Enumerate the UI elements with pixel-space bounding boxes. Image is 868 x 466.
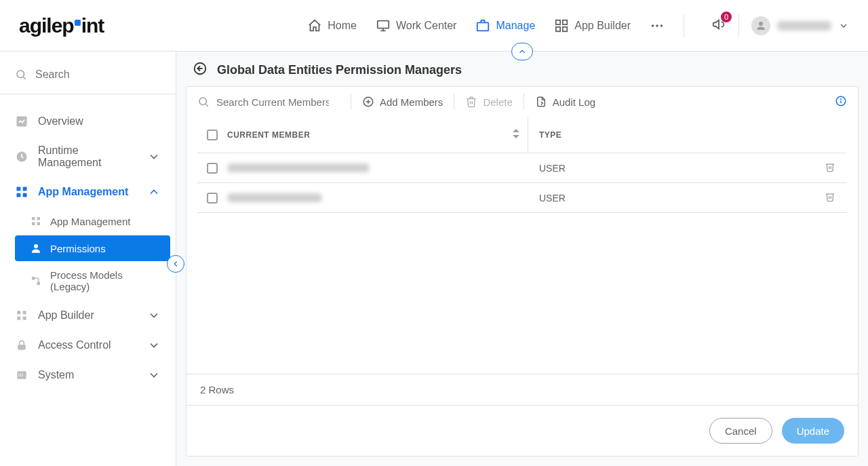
nav-app-builder-label: App Builder <box>574 20 631 32</box>
briefcase-icon <box>475 18 490 33</box>
arrow-left-circle-icon <box>193 61 208 76</box>
sidebar-item-app-management[interactable]: App Management <box>0 177 176 207</box>
dashboard-icon <box>15 115 28 128</box>
sidebar-sub-process-models[interactable]: Process Models (Legacy) <box>15 263 170 299</box>
delete-button: Delete <box>465 96 512 108</box>
sidebar-search[interactable] <box>0 64 176 94</box>
svg-point-9 <box>759 22 763 26</box>
svg-rect-15 <box>23 187 27 191</box>
svg-rect-18 <box>32 217 35 220</box>
row-delete-button[interactable] <box>825 161 835 174</box>
svg-point-36 <box>199 98 207 105</box>
info-button[interactable] <box>835 95 847 109</box>
sidebar-sub-permissions[interactable]: Permissions <box>15 235 170 261</box>
audit-log-button[interactable]: Audit Log <box>535 96 595 108</box>
chevron-up-icon <box>517 47 527 56</box>
nav-more[interactable] <box>650 18 665 33</box>
row-checkbox[interactable] <box>207 163 218 174</box>
svg-line-37 <box>205 104 208 106</box>
svg-point-43 <box>841 98 842 99</box>
back-button[interactable] <box>193 61 208 79</box>
row-delete-button[interactable] <box>825 191 835 204</box>
column-type-label: TYPE <box>539 130 561 140</box>
user-menu[interactable] <box>751 16 849 35</box>
audit-log-label: Audit Log <box>553 96 595 108</box>
search-members-input[interactable] <box>215 96 330 109</box>
svg-point-7 <box>656 24 658 27</box>
toolbar-separator <box>524 94 524 110</box>
svg-rect-28 <box>23 317 26 320</box>
ellipsis-icon <box>650 18 665 33</box>
brand-logo: agilep int <box>19 14 104 37</box>
trash-icon <box>825 191 835 202</box>
lock-icon <box>15 338 28 352</box>
update-button[interactable]: Update <box>782 418 844 444</box>
svg-rect-4 <box>556 26 560 31</box>
row-type: USER <box>539 193 566 203</box>
sidebar-item-label: Runtime Management <box>38 144 138 169</box>
svg-marker-45 <box>513 135 519 138</box>
svg-rect-19 <box>37 217 41 220</box>
svg-point-22 <box>34 244 38 248</box>
nav-app-builder[interactable]: App Builder <box>554 18 631 33</box>
table-row: USER <box>197 153 847 183</box>
plus-circle-icon <box>362 96 374 108</box>
column-member-label[interactable]: CURRENT MEMBER <box>227 130 310 140</box>
svg-rect-1 <box>477 22 489 31</box>
nav-separator <box>684 14 684 37</box>
sidebar-item-system[interactable]: System <box>0 360 176 390</box>
svg-rect-24 <box>37 282 41 286</box>
clock-icon <box>15 150 28 163</box>
svg-rect-20 <box>32 222 35 226</box>
notifications-button[interactable]: 0 <box>711 17 726 34</box>
sidebar-item-overview[interactable]: Overview <box>0 106 176 136</box>
content-shell: Overview Runtime Management App Manageme… <box>0 52 868 466</box>
svg-rect-30 <box>17 371 26 379</box>
nav-manage[interactable]: Manage <box>475 18 535 33</box>
chevron-left-icon <box>171 259 180 269</box>
nav-work-center[interactable]: Work Center <box>376 18 457 33</box>
sidebar-item-label: System <box>38 369 74 381</box>
tiles-icon <box>30 215 42 227</box>
svg-rect-17 <box>23 193 27 197</box>
member-name-blurred <box>227 193 322 202</box>
table-header: CURRENT MEMBER TYPE <box>197 117 847 153</box>
sidebar-sub-app-management[interactable]: App Management <box>15 208 170 234</box>
home-icon <box>307 18 322 33</box>
notifications-badge: 0 <box>721 12 732 22</box>
svg-rect-0 <box>378 20 389 28</box>
sidebar-search-input[interactable] <box>34 68 161 81</box>
nav-separator <box>738 14 739 37</box>
svg-rect-26 <box>23 311 26 314</box>
page-title: Global Data Entities Permission Managers <box>217 63 462 77</box>
sidebar-collapse-button[interactable] <box>167 255 184 273</box>
sidebar-item-runtime[interactable]: Runtime Management <box>0 136 176 177</box>
svg-rect-23 <box>32 277 35 280</box>
add-members-button[interactable]: Add Members <box>362 96 443 108</box>
members-card: Add Members Delete Audit Log <box>186 86 859 457</box>
nav-manage-label: Manage <box>496 20 535 32</box>
select-all-checkbox[interactable] <box>207 130 218 140</box>
add-members-label: Add Members <box>380 96 443 108</box>
grid-icon <box>554 18 569 33</box>
table-row: USER <box>197 183 847 213</box>
info-icon <box>835 95 847 107</box>
sidebar-item-access-control[interactable]: Access Control <box>0 330 176 360</box>
search-icon <box>15 69 27 81</box>
sidebar-item-label: Access Control <box>38 339 111 351</box>
svg-point-6 <box>652 24 654 27</box>
nav-home[interactable]: Home <box>307 18 357 33</box>
row-checkbox[interactable] <box>207 193 218 203</box>
sidebar-item-label: App Management <box>38 186 128 198</box>
chevron-down-icon <box>147 368 161 382</box>
avatar <box>751 16 770 35</box>
toolbar-separator <box>351 94 351 110</box>
sidebar-item-app-builder[interactable]: App Builder <box>0 300 176 330</box>
svg-point-8 <box>660 24 663 27</box>
page-expand-chip[interactable] <box>511 43 533 60</box>
cancel-button[interactable]: Cancel <box>709 418 772 444</box>
chevron-down-icon <box>147 309 161 322</box>
sort-icon[interactable] <box>513 129 519 140</box>
search-members[interactable] <box>197 96 340 109</box>
nav-home-label: Home <box>328 20 357 32</box>
